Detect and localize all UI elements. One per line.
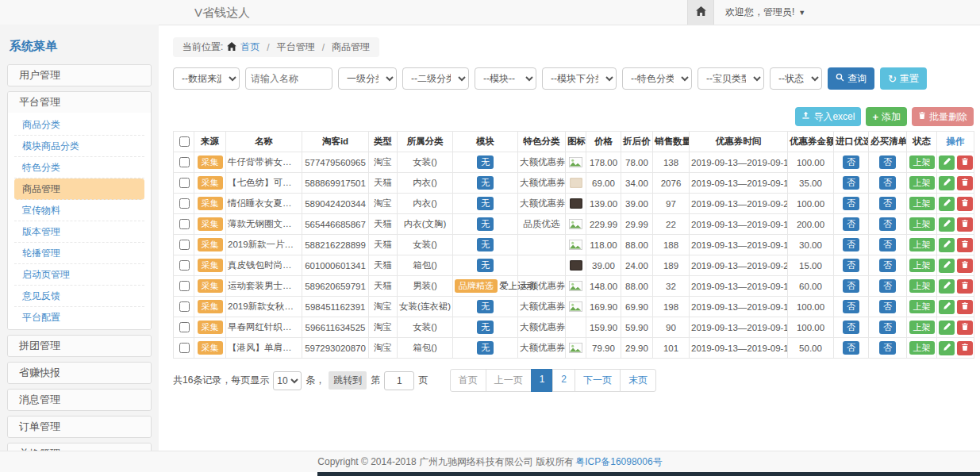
delete-button[interactable]: [957, 197, 973, 211]
delete-button[interactable]: [957, 259, 973, 273]
home-button[interactable]: [687, 0, 714, 25]
sidebar-section-5: 订单管理: [7, 416, 152, 438]
breadcrumb-item: 商品管理: [332, 40, 370, 54]
name-search-input[interactable]: [245, 67, 332, 90]
sidebar-item-9[interactable]: 平台配置: [14, 307, 144, 328]
price-cell: 39.00: [586, 255, 621, 276]
row-checkbox[interactable]: [179, 322, 190, 332]
page-button-5[interactable]: 末页: [620, 369, 656, 392]
discount-price-cell: 59.90: [621, 317, 653, 338]
module-cell: 无: [453, 235, 518, 255]
row-checkbox[interactable]: [179, 157, 190, 167]
per-page-select[interactable]: 10: [273, 371, 302, 390]
sidebar-item-7[interactable]: 启动页管理: [14, 264, 144, 286]
row-checkbox[interactable]: [179, 281, 190, 291]
edit-button[interactable]: [939, 176, 955, 190]
edit-button[interactable]: [939, 155, 955, 170]
sales-cell: 22: [653, 214, 690, 235]
sidebar-item-8[interactable]: 意见反馈: [14, 286, 144, 307]
module-cell: 无: [453, 297, 518, 317]
jump-button[interactable]: 跳转到: [329, 371, 367, 390]
row-checkbox[interactable]: [179, 343, 190, 353]
jump-page-input[interactable]: [384, 371, 414, 390]
row-checkbox[interactable]: [179, 260, 190, 271]
delete-button[interactable]: [957, 279, 973, 294]
import-select-cell: 否: [834, 255, 869, 276]
icp-link[interactable]: 粤ICP备16098006号: [575, 455, 662, 469]
edit-button[interactable]: [939, 279, 955, 294]
row-checkbox[interactable]: [179, 219, 190, 229]
page-button-4[interactable]: 下一页: [575, 369, 621, 392]
page-button-3[interactable]: 2: [552, 369, 575, 392]
module-select[interactable]: --模块--: [475, 67, 536, 90]
data-source-select[interactable]: --数据来源--: [173, 67, 240, 90]
records-count-text: 共16条记录，每页显示: [173, 374, 269, 387]
sidebar-item-6[interactable]: 轮播管理: [14, 243, 144, 264]
edit-button[interactable]: [939, 321, 955, 335]
column-header-15: 必买清单: [869, 132, 907, 152]
page-button-0[interactable]: 首页: [450, 369, 486, 392]
reset-button[interactable]: ↻ 重置: [880, 67, 927, 90]
taoke-id-cell: 597293020870: [302, 338, 369, 359]
level2-category-select[interactable]: --二级分类--: [402, 67, 469, 90]
batch-delete-button[interactable]: 批量删除: [912, 107, 974, 126]
item-type-select[interactable]: --宝贝类型--: [698, 67, 764, 90]
edit-button[interactable]: [939, 341, 955, 355]
sidebar-section-header-3[interactable]: 省赚快报: [8, 363, 151, 383]
sidebar-section-header-2[interactable]: 拼团管理: [8, 336, 151, 356]
row-checkbox[interactable]: [179, 301, 190, 312]
sidebar-section-header-5[interactable]: 订单管理: [8, 416, 151, 437]
delete-button[interactable]: [957, 321, 973, 335]
module-cell: 无: [453, 255, 518, 276]
level1-category-select[interactable]: 一级分类: [338, 67, 397, 90]
edit-button[interactable]: [939, 259, 955, 273]
module-sub-category-select[interactable]: --模块下分类--: [542, 67, 617, 90]
bottom-strip: [0, 472, 980, 476]
coupon-time-cell: 2019-09-13—2019-09-17: [690, 297, 788, 317]
status-select[interactable]: --状态--: [770, 67, 822, 90]
delete-button[interactable]: [957, 176, 973, 190]
edit-button[interactable]: [939, 300, 955, 314]
row-checkbox[interactable]: [179, 198, 190, 209]
edit-button[interactable]: [939, 238, 955, 252]
breadcrumb-home-link[interactable]: 首页: [240, 40, 259, 54]
user-menu[interactable]: 欢迎您，管理员! ▼: [725, 6, 805, 19]
discount-price-cell: 34.00: [621, 173, 653, 194]
pencil-icon: [943, 177, 951, 189]
operations-cell: [937, 173, 974, 194]
delete-button[interactable]: [957, 238, 973, 252]
sidebar-section-header-0[interactable]: 用户管理: [8, 65, 151, 86]
import-select-cell: 否: [834, 194, 869, 214]
select-all-checkbox[interactable]: [179, 136, 190, 147]
search-button[interactable]: 查询: [828, 67, 874, 90]
breadcrumb-item: 平台管理: [277, 40, 315, 54]
icon-cell: [566, 152, 586, 173]
trash-icon: [961, 259, 969, 271]
add-button[interactable]: + 添加: [866, 107, 907, 126]
edit-button[interactable]: [939, 217, 955, 232]
sidebar-item-5[interactable]: 版本管理: [14, 221, 144, 243]
sidebar-section-header-1[interactable]: 平台管理: [8, 92, 151, 113]
sidebar-section-header-4[interactable]: 消息管理: [8, 390, 151, 410]
main-content: 当前位置: 首页 / 平台管理 / 商品管理 --数据来源--一级分类--二级分…: [173, 25, 974, 392]
delete-button[interactable]: [957, 300, 973, 314]
page-button-2[interactable]: 1: [531, 369, 554, 392]
table-header-row: 来源名称淘客id类型所属分类模块特色分类图标价格折后价销售数量优惠券时间优惠券金…: [174, 132, 974, 152]
sidebar-item-1[interactable]: 模块商品分类: [14, 136, 144, 157]
pencil-icon: [943, 342, 951, 354]
import-excel-button[interactable]: 导入excel: [795, 107, 861, 126]
page-button-1[interactable]: 上一页: [486, 369, 532, 392]
feature-category-select[interactable]: --特色分类--: [622, 67, 692, 90]
row-checkbox[interactable]: [179, 240, 190, 250]
sidebar-item-3[interactable]: 商品管理: [14, 178, 144, 200]
coupon-amount-cell: 15.00: [788, 255, 834, 276]
delete-button[interactable]: [957, 217, 973, 232]
edit-button[interactable]: [939, 197, 955, 211]
delete-button[interactable]: [957, 341, 973, 355]
sidebar-item-4[interactable]: 宣传物料: [14, 200, 144, 221]
must-buy-cell: 否: [869, 173, 907, 194]
sidebar-item-0[interactable]: 商品分类: [14, 114, 144, 136]
delete-button[interactable]: [957, 155, 973, 170]
row-checkbox[interactable]: [179, 178, 190, 188]
sidebar-item-2[interactable]: 特色分类: [14, 157, 144, 178]
